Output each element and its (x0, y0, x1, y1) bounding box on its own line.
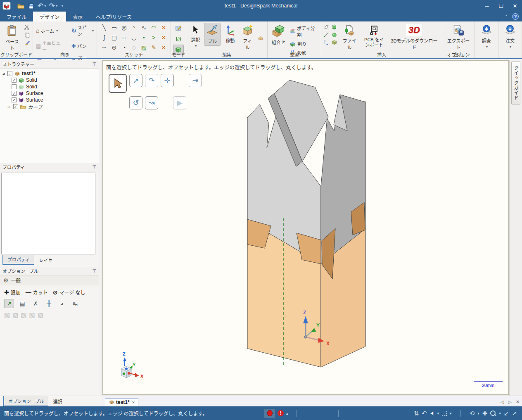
export-options-button[interactable]: エクスポート オプション ▾ (444, 23, 472, 64)
insert-sphere-button[interactable] (331, 31, 337, 38)
panel-tab-選択[interactable]: 選択 (49, 396, 66, 406)
copy-button[interactable] (24, 32, 31, 38)
order-button[interactable]: 注文 ▾ (501, 23, 520, 50)
wood-joint-model[interactable] (247, 80, 365, 367)
pull-tool-button[interactable]: プル (204, 23, 221, 46)
sketch-tangent-arc-icon[interactable]: ◝ (133, 25, 135, 31)
sketch-mode-button[interactable] (173, 23, 184, 33)
close-button[interactable]: ✕ (508, 0, 522, 12)
measure-tool-icon[interactable]: ╫ (44, 299, 54, 308)
previous-view-icon[interactable]: ↶ (422, 410, 427, 416)
properties-content[interactable] (1, 173, 95, 254)
minimize-button[interactable]: ─ (480, 0, 494, 12)
menu-tab-表示[interactable]: 表示 (66, 12, 89, 21)
insert-plane-button[interactable] (323, 24, 330, 30)
sketch-three-point-arc-icon[interactable]: ◡ (131, 35, 136, 40)
sketch-spline-icon[interactable]: ∿ (141, 25, 146, 31)
tree-row-カーブ[interactable]: ▷✓カーブ (1, 103, 98, 110)
sketch-bend-line-icon[interactable]: > (152, 35, 155, 40)
corner-triad[interactable]: Z Y X (121, 351, 144, 379)
undo-button[interactable]: ↶▾ (38, 2, 46, 9)
split-button[interactable]: 割り (289, 40, 307, 47)
pin-icon[interactable]: ⊤ (92, 62, 96, 67)
tree-item-checkbox[interactable]: ✓ (13, 104, 18, 109)
ruler-tool-icon[interactable]: ↹ (70, 299, 80, 308)
home-view-button[interactable]: ⌂ホーム▾ (35, 24, 66, 38)
pan-button[interactable]: ✚パン (71, 39, 95, 53)
pan-view-icon[interactable]: ✚ (482, 410, 488, 416)
insert-line-button[interactable] (323, 31, 330, 38)
combine-button[interactable]: 組合せ (270, 23, 287, 47)
options-general-row[interactable]: ⚙ 一般 (0, 275, 99, 285)
pull-preview-option-icon[interactable]: ▧ (12, 311, 18, 319)
tree-item-checkbox[interactable]: ✓ (12, 97, 17, 102)
box-select-caret-icon[interactable]: ▾ (450, 411, 452, 415)
collapse-ribbon-icon[interactable]: ⌃ (505, 14, 508, 19)
up-to-button[interactable]: ⇥ (189, 74, 202, 87)
pull-arrow-button[interactable]: ➚ (129, 74, 142, 87)
download-3d-model-button[interactable]: 3D 3Dモデルのダウンロード (389, 23, 440, 52)
paste-button[interactable]: ペースト (2, 23, 22, 52)
split-body-button[interactable]: ボディ分割 (289, 24, 319, 38)
tab-prev-icon[interactable]: ◁ (501, 399, 504, 405)
pull-direction-button[interactable]: ↷ (145, 74, 158, 87)
error-indicator-icon[interactable]: ! (278, 410, 284, 416)
value-spinner-icon[interactable]: ⇅ (414, 410, 419, 416)
redo-caret-icon[interactable]: ▾ (56, 4, 58, 8)
pull-preview-option-icon[interactable]: ▧ (38, 311, 43, 319)
move-tool-button[interactable]: 移動 (222, 23, 238, 45)
menu-tab-ファイル[interactable]: ファイル (0, 12, 33, 21)
sketch-spline-curve-icon[interactable]: ʃ (104, 35, 105, 40)
undo-caret-icon[interactable]: ▾ (44, 4, 46, 8)
pull-preview-option-icon[interactable]: ▧ (21, 311, 26, 319)
sketch-construction-line-icon[interactable]: ┄ (102, 45, 106, 50)
tab-close-all-icon[interactable]: ✕ (516, 399, 520, 405)
sketch-ellipse-icon[interactable]: ⊜ (112, 45, 116, 50)
select-mode-button[interactable] (109, 74, 127, 93)
sketch-ellipse-arc-icon[interactable]: ◔ (122, 45, 126, 50)
blend-tool-button[interactable] (257, 33, 265, 42)
tree-item-checkbox[interactable]: ✓ (12, 78, 17, 83)
sketch-point-icon[interactable]: • (143, 35, 145, 40)
pull-copy-tool-icon[interactable]: ▤ (17, 299, 27, 308)
menu-tab-デザイン[interactable]: デザイン (33, 12, 66, 21)
sketch-rectangle-icon[interactable]: ▭ (112, 25, 117, 31)
spin-caret-icon[interactable]: ▾ (477, 411, 479, 415)
spin-button[interactable]: ↻スピン▾ (71, 24, 95, 38)
box-select-icon[interactable] (442, 411, 447, 416)
gauge-tool-icon[interactable]: ◕ (57, 299, 67, 308)
expander-icon[interactable]: ◢ (1, 72, 6, 76)
insert-cylinder-button[interactable] (331, 24, 337, 30)
tree-item-checkbox[interactable]: ✓ (12, 91, 17, 96)
app-logo-icon[interactable] (2, 2, 11, 10)
zoom-in-icon[interactable]: ↗ (512, 410, 517, 416)
zoom-out-icon[interactable]: ↙ (504, 410, 509, 416)
pin-icon[interactable]: ⊤ (92, 164, 96, 170)
format-painter-button[interactable] (24, 40, 31, 46)
pull-preview-option-icon[interactable]: ▧ (4, 311, 10, 319)
maximize-button[interactable]: ☐ (494, 0, 508, 12)
both-sides-button[interactable]: ✛ (161, 74, 174, 87)
panel-tab-オプション - プル[interactable]: オプション - プル (3, 396, 48, 406)
properties-tab-プロパティ[interactable]: プロパティ (2, 255, 34, 265)
tree-row-surface[interactable]: ✓Surface (1, 97, 98, 103)
open-file-button[interactable] (17, 2, 25, 10)
expander-icon[interactable]: ▷ (7, 105, 12, 109)
properties-tab-レイヤ[interactable]: レイヤ (35, 256, 57, 265)
pull-tool-icon[interactable]: ↗ (4, 299, 14, 308)
revolve-button[interactable]: ↺ (129, 96, 142, 109)
pull-mode-add[interactable]: ✚追加 (4, 289, 21, 296)
tree-row-solid[interactable]: Solid (1, 83, 98, 90)
tree-row-solid[interactable]: ✓Solid (1, 77, 98, 83)
record-button[interactable] (264, 409, 275, 418)
sketch-projected-curve-icon[interactable]: ◌ (132, 45, 135, 50)
section-mode-button[interactable] (173, 34, 184, 44)
sketch-rounded-rectangle-icon[interactable]: ▢ (112, 35, 117, 40)
investigate-button[interactable]: 調査 ▾ (477, 23, 496, 50)
tree-root-row[interactable]: ◢ ✓ test1* (1, 70, 98, 77)
sweep-button[interactable]: ↝ (145, 96, 158, 109)
sketch-sweep-arc-icon[interactable]: ◠ (151, 25, 156, 31)
spin-view-icon[interactable]: ⟲ (470, 410, 475, 416)
insert-shell-button[interactable] (331, 39, 337, 45)
pull-mode-cut[interactable]: —カット (26, 289, 48, 296)
